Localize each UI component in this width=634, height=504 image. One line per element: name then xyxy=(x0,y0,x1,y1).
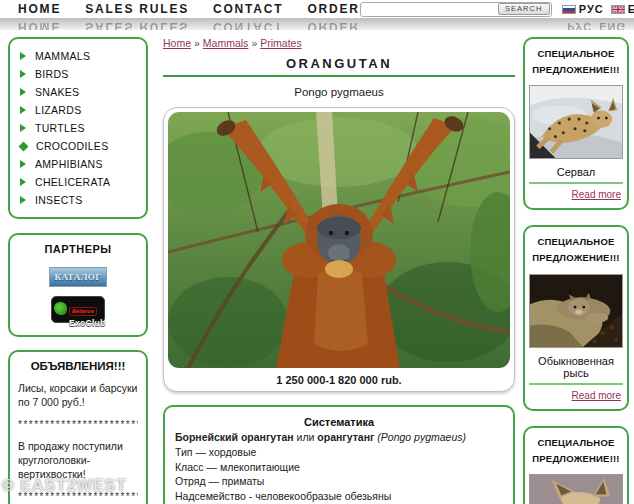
offer-header: СПЕЦИАЛЬНОЕ ПРЕДЛОЖЕНИЕ!!! xyxy=(529,234,623,266)
language-switcher: РУС ENG xyxy=(562,3,634,15)
breadcrumb-home[interactable]: Home xyxy=(163,37,191,49)
sidebar-item-birds[interactable]: BIRDS xyxy=(16,65,140,83)
latin-name-subtitle: Pongo pygmaeus xyxy=(163,86,515,98)
nav-reflection-text: РУС xyxy=(567,21,592,30)
arrow-icon xyxy=(20,196,26,204)
offer-header-line1: СПЕЦИАЛЬНОЕ xyxy=(529,435,623,451)
nav-item-contact[interactable]: CONTACT xyxy=(213,2,283,16)
lang-eng[interactable]: ENG xyxy=(611,3,634,15)
left-sidebar: MAMMALS BIRDS SNAKES LIZARDS TURTLES CRO… xyxy=(8,37,148,504)
breadcrumb-mammals[interactable]: Mammals xyxy=(203,37,249,49)
species-name-latin: (Pongo pygmaeus) xyxy=(374,431,466,443)
sidebar-item-insects[interactable]: INSECTS xyxy=(16,191,140,209)
species-name-mid: или xyxy=(294,431,318,443)
page-title: ORANGUTAN xyxy=(163,56,515,71)
taxonomy-row: Тип — хордовые xyxy=(175,445,503,460)
nav-reflection: HOME SALES RULES CONTACT ORDER РУС ENG xyxy=(0,18,634,30)
search-input[interactable] xyxy=(362,4,498,15)
read-more-link-lynx[interactable]: Read more xyxy=(572,390,621,401)
arrow-icon xyxy=(20,52,26,60)
offer-header: СПЕЦИАЛЬНОЕ ПРЕДЛОЖЕНИЕ!!! xyxy=(529,435,623,467)
exoclub-partner-banner[interactable]: Belarus ExoClub xyxy=(51,296,105,323)
nav-reflection-text: HOME xyxy=(18,20,61,30)
offer-header-line2: ПРЕДЛОЖЕНИЕ!!! xyxy=(529,62,623,78)
species-name-line: Борнейский орангутан или орангутанг (Pon… xyxy=(175,430,503,445)
offer-header-line2: ПРЕДЛОЖЕНИЕ!!! xyxy=(529,250,623,266)
announcement-separator: **************************** xyxy=(18,419,138,430)
special-offer-card-lynx: СПЕЦИАЛЬНОЕ ПРЕДЛОЖЕНИЕ!!! xyxy=(523,225,629,410)
special-offer-card-serval: СПЕЦИАЛЬНОЕ ПРЕДЛОЖЕНИЕ!!! xyxy=(523,37,629,210)
price: 1 250 000-1 820 000 rub. xyxy=(168,368,510,391)
special-offer-card-corsac: СПЕЦИАЛЬНОЕ ПРЕДЛОЖЕНИЕ!!! xyxy=(523,426,629,504)
exoclub-belarus-label: Belarus xyxy=(69,307,97,316)
taxonomy-heading: Систематика xyxy=(175,415,503,430)
nav-item-home[interactable]: HOME xyxy=(18,2,61,16)
corsac-photo[interactable] xyxy=(529,474,623,504)
lang-eng-label: ENG xyxy=(628,3,634,15)
nav-reflection-text: CONTACT xyxy=(213,20,283,30)
search-button[interactable]: SEARCH xyxy=(498,3,550,15)
watermark: © EAST2WEST xyxy=(2,477,127,495)
diamond-icon xyxy=(19,141,29,151)
offer-caption-serval: Сервал xyxy=(529,166,623,178)
announcement-item: В продажу поступили круглоголовки-вертих… xyxy=(18,440,138,481)
katalog-banner-label: КАТАЛОГ xyxy=(54,272,101,282)
offer-header-line2: ПРЕДЛОЖЕНИЕ!!! xyxy=(529,451,623,467)
chameleon-icon xyxy=(54,302,67,315)
sidebar-item-snakes[interactable]: SNAKES xyxy=(16,83,140,101)
russia-flag-icon xyxy=(562,5,576,14)
menu-label: INSECTS xyxy=(35,194,83,206)
search-box: SEARCH xyxy=(360,2,552,17)
arrow-icon xyxy=(20,160,26,168)
orangutan-photo xyxy=(168,112,510,368)
title-divider xyxy=(163,75,515,77)
nav-reflection-text: SALES RULES xyxy=(85,20,189,30)
menu-label: BIRDS xyxy=(35,68,69,80)
sidebar-item-turtles[interactable]: TURTLES xyxy=(16,119,140,137)
sidebar-item-amphibians[interactable]: AMPHIBIANS xyxy=(16,155,140,173)
serval-photo[interactable] xyxy=(529,85,623,159)
sidebar-item-mammals[interactable]: MAMMALS xyxy=(16,47,140,65)
menu-label: TURTLES xyxy=(35,122,85,134)
announcements-title: ОБЪЯВЛЕНИЯ!!! xyxy=(18,360,138,372)
nav-item-sales-rules[interactable]: SALES RULES xyxy=(85,2,189,16)
uk-flag-icon xyxy=(611,5,625,14)
nav-reflection-text: ORDER xyxy=(307,20,359,30)
sidebar-item-chelicerata[interactable]: CHELICERATA xyxy=(16,173,140,191)
arrow-icon xyxy=(20,106,26,114)
breadcrumb: Home»Mammals»Primates xyxy=(163,37,515,49)
menu-label: LIZARDS xyxy=(35,104,81,116)
product-photo-frame: 1 250 000-1 820 000 rub. xyxy=(163,107,515,392)
menu-label: CROCODILES xyxy=(36,140,108,152)
breadcrumb-separator: » xyxy=(194,37,200,49)
announcement-item: Лисы, корсаки и барсуки по 7 000 руб.! xyxy=(18,382,138,409)
arrow-icon xyxy=(20,88,26,96)
arrow-icon xyxy=(20,70,26,78)
lynx-photo[interactable] xyxy=(529,274,623,348)
species-name-bold: Борнейский орангутан xyxy=(175,431,294,443)
offer-header-line1: СПЕЦИАЛЬНОЕ xyxy=(529,46,623,62)
sidebar-item-lizards[interactable]: LIZARDS xyxy=(16,101,140,119)
nav-items: HOME SALES RULES CONTACT ORDER xyxy=(18,2,360,16)
lang-rus[interactable]: РУС xyxy=(562,3,604,15)
breadcrumb-primates[interactable]: Primates xyxy=(260,37,301,49)
species-name-bold2: орангутанг xyxy=(317,431,374,443)
exoclub-label: ExoClub xyxy=(69,318,102,328)
read-more-link-serval[interactable]: Read more xyxy=(572,189,621,200)
category-menu: MAMMALS BIRDS SNAKES LIZARDS TURTLES CRO… xyxy=(8,37,148,219)
nav-item-order[interactable]: ORDER xyxy=(307,2,359,16)
top-nav: HOME SALES RULES CONTACT ORDER SEARCH РУ… xyxy=(0,0,634,18)
offer-divider xyxy=(529,182,623,184)
menu-label: SNAKES xyxy=(35,86,79,98)
taxonomy-row: Отряд — приматы xyxy=(175,474,503,489)
menu-label: AMPHIBIANS xyxy=(35,158,103,170)
taxonomy-row: Класс — млекопитающие xyxy=(175,460,503,475)
katalog-partner-banner[interactable]: КАТАЛОГ xyxy=(49,267,107,287)
menu-label: CHELICERATA xyxy=(35,176,110,188)
offer-caption-lynx: Обыкновенная рысь xyxy=(529,355,623,379)
partners-title: ПАРТНЕРЫ xyxy=(16,243,140,255)
taxonomy-box: Систематика Борнейский орангутан или ора… xyxy=(163,405,515,504)
sidebar-item-crocodiles[interactable]: CROCODILES xyxy=(16,137,140,155)
menu-label: MAMMALS xyxy=(35,50,90,62)
taxonomy-row: Надсемейство - человекообразые обезьяны xyxy=(175,489,503,504)
